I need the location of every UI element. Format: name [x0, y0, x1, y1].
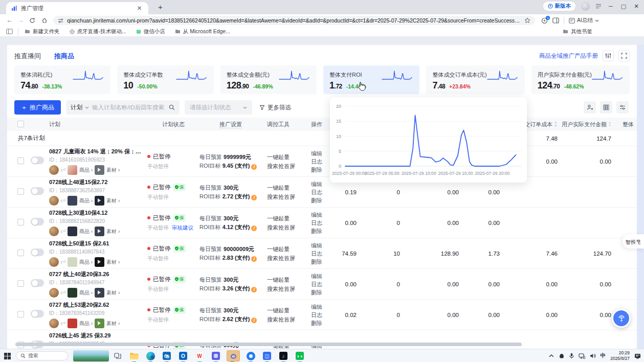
start-button[interactable] [4, 353, 11, 359]
op-link[interactable]: 日志 [311, 219, 337, 227]
product-link[interactable]: 商品 › [79, 320, 93, 327]
tool-link[interactable]: 搜索抢首屏 [267, 315, 311, 324]
op-link[interactable]: 编辑 [311, 241, 337, 250]
tool-link[interactable]: 一键起量 [267, 214, 311, 223]
tool-link[interactable]: 搜索抢首屏 [267, 162, 311, 171]
tool-link[interactable]: 搜索抢首屏 [267, 254, 311, 263]
row-toggle[interactable] [31, 248, 44, 256]
op-link[interactable]: 日志 [311, 280, 337, 288]
app-purple-tool[interactable] [210, 350, 221, 361]
bookmark-star-icon[interactable] [524, 17, 530, 24]
plan-type-select[interactable]: 计划 [71, 104, 89, 111]
stat-card-3[interactable]: 整体成交金额(元)128.90-46.89% [220, 65, 317, 94]
app-wps[interactable]: W [194, 350, 205, 361]
tray-mic-icon[interactable] [569, 353, 574, 359]
site-settings-icon[interactable] [58, 18, 63, 24]
weather-widget[interactable] [73, 350, 109, 361]
tool-link[interactable]: 一键起量 [267, 244, 311, 254]
tool-link[interactable]: 一键起量 [267, 275, 311, 284]
product-link[interactable]: 商品 › [79, 259, 93, 266]
forward-button[interactable]: → [17, 16, 24, 24]
bookmark-item-2[interactable]: 虎牙直播-技术驱动... [70, 28, 126, 35]
plan-search-input[interactable]: 输入计划名称/ID后回车搜索 [92, 104, 166, 111]
custom-columns-button[interactable] [600, 101, 612, 114]
product-link[interactable]: 商品 › [79, 197, 93, 205]
taskbar-clock[interactable]: 20:29 2025/8/27 [610, 350, 630, 361]
media-control-icon[interactable]: 1 [541, 17, 548, 24]
op-link[interactable]: 删除 [311, 319, 337, 327]
op-link[interactable]: 日志 [311, 311, 337, 319]
op-link[interactable]: 删除 [311, 258, 337, 266]
material-link[interactable]: 素材 › [106, 167, 120, 174]
page-scrollbar-track[interactable] [637, 45, 644, 349]
stat-card-2[interactable]: 整体成交订单数10-50.00% [117, 65, 213, 94]
customer-service-button[interactable] [612, 309, 631, 328]
promote-product-button[interactable]: ＋ 推广商品 [14, 100, 61, 115]
row-checkbox[interactable] [17, 188, 24, 195]
tool-link[interactable]: 搜索抢首屏 [267, 223, 311, 232]
app-wechat[interactable]: ◗◖ [294, 350, 305, 361]
bookmark-item-4[interactable]: 从 Microsoft Edge... [175, 28, 230, 35]
select-all-checkbox[interactable] [17, 121, 24, 127]
side-panel-icon[interactable] [552, 17, 559, 24]
plan-search-group[interactable]: 计划 输入计划名称/ID后回车搜索 [66, 100, 180, 115]
material-link[interactable]: 素材 › [106, 259, 120, 266]
stat-card-1[interactable]: 整体消耗(元)74.80-38.13% [14, 65, 110, 94]
material-link[interactable]: 素材 › [106, 197, 120, 205]
tab-close-icon[interactable]: ✕ [136, 5, 143, 12]
taskbar-search[interactable]: 搜索 [16, 351, 68, 360]
browser-tab[interactable]: 推广管理 ✕ [6, 2, 148, 14]
product-manual-link[interactable]: 商品全域推广产品手册 [539, 52, 598, 60]
browser-menu-icon[interactable] [595, 4, 602, 9]
tray-expand-icon[interactable] [549, 354, 554, 357]
tray-volume-icon[interactable] [590, 353, 596, 358]
tool-link[interactable]: 一键起量 [267, 152, 311, 162]
tray-mouse-icon[interactable] [559, 353, 565, 358]
app-microsoft-store[interactable]: 🛍 [161, 350, 172, 361]
col-user-paid[interactable]: 用户实际支付金额 [562, 121, 615, 128]
plan-title[interactable]: 0728线上48退15保2.72 [49, 178, 142, 186]
app-douyin[interactable]: ♪ [278, 350, 289, 361]
app-dingtalk[interactable] [245, 350, 256, 361]
op-link[interactable]: 日志 [311, 188, 337, 196]
row-checkbox[interactable] [17, 219, 24, 225]
review-suggestion-link[interactable]: 审核建议 [172, 224, 193, 232]
other-bookmarks-button[interactable]: 其他书签 [563, 28, 592, 35]
bookmark-item-1[interactable]: 新建文件夹 [25, 28, 60, 35]
product-link[interactable]: 商品 › [79, 228, 93, 235]
plan-title[interactable]: 0727 线上53退20保2.62 [49, 301, 142, 309]
search-icon[interactable] [169, 104, 175, 110]
app-edge[interactable] [145, 350, 156, 361]
tab-live-room[interactable]: 推直播间 [14, 52, 41, 61]
profile-avatar[interactable] [581, 2, 590, 11]
notification-center-icon[interactable] [634, 353, 641, 359]
tab-product[interactable]: 推商品 [54, 52, 74, 61]
layout-settings-button[interactable] [603, 50, 614, 61]
row-toggle[interactable] [31, 218, 44, 225]
stat-card-5[interactable]: 整体成交订单成本(元)7.48+23.84% [426, 65, 524, 94]
tool-link[interactable]: 搜索抢首屏 [267, 284, 311, 293]
ime-indicator[interactable]: 中 [601, 352, 606, 359]
app-blue-tool[interactable]: ◫ [261, 350, 273, 361]
share-export-button[interactable] [584, 101, 596, 114]
reading-list-icon[interactable] [6, 29, 13, 34]
op-link[interactable]: 编辑 [311, 211, 337, 219]
plan-title[interactable]: 0728线上30退10保4.12 [49, 209, 142, 217]
fullscreen-button[interactable] [618, 50, 630, 61]
plan-status-select[interactable]: 请筛选计划状态 [185, 100, 252, 115]
sort-icon[interactable] [608, 122, 611, 127]
plan-title[interactable]: 0728线上50退15 保2.61 [49, 240, 142, 247]
row-checkbox[interactable] [17, 157, 24, 164]
tool-link[interactable]: 搜索抢首屏 [267, 192, 311, 201]
horizontal-scrollbar[interactable] [15, 343, 522, 346]
back-button[interactable]: ← [6, 16, 13, 24]
task-view-button[interactable] [114, 353, 121, 359]
window-close-button[interactable]: ✕ [633, 3, 640, 10]
op-link[interactable]: 编辑 [311, 272, 337, 280]
row-toggle[interactable] [31, 156, 44, 164]
home-button[interactable] [41, 17, 48, 24]
tool-link[interactable]: 一键起量 [267, 183, 311, 192]
reload-button[interactable] [29, 17, 35, 24]
app-qianchuan-active[interactable] [227, 350, 240, 361]
ai-summary-button[interactable]: AI总结 [569, 17, 599, 24]
